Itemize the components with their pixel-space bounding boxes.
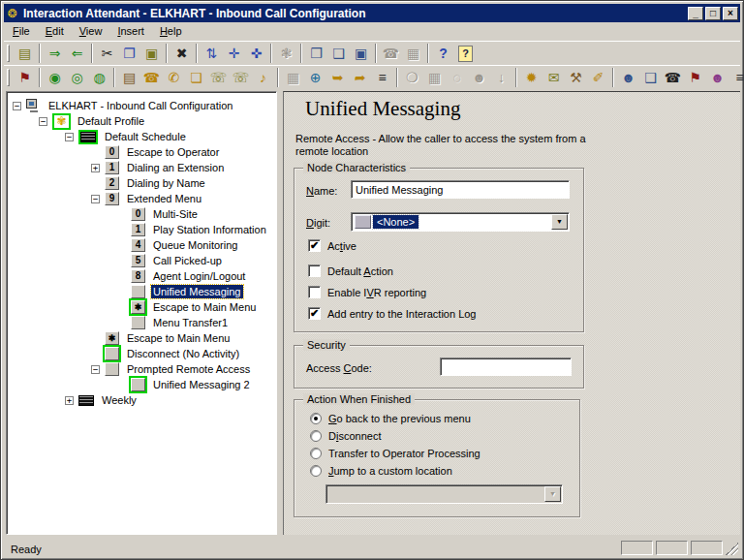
phone-deny-icon[interactable]: ☎ (662, 67, 684, 88)
numbered-list-icon[interactable]: ≡ (371, 67, 393, 88)
node-transfer-icon[interactable]: ◍ (88, 67, 110, 88)
expand-toggle[interactable]: + (91, 164, 100, 172)
transfer-operator-radio[interactable]: Transfer to Operator Processing (310, 448, 480, 459)
menu-help[interactable]: Help (152, 23, 190, 40)
close-button[interactable]: × (723, 7, 738, 20)
tree-item-unified-messaging[interactable]: Unified Messaging (9, 284, 274, 299)
disconnect-radio[interactable]: Disconnect (310, 430, 381, 442)
fax-icon[interactable]: ❏ (185, 67, 207, 88)
menu-insert[interactable]: Insert (109, 23, 152, 40)
tree-item-prompted-remote-access[interactable]: − Prompted Remote Access (9, 361, 274, 377)
station-profile-icon[interactable]: ❑ (639, 67, 662, 88)
directory-book-icon[interactable]: ▤ (118, 67, 140, 88)
tree-item-dialing-an-extension[interactable]: + 1 Dialing an Extension (9, 160, 274, 175)
gear-icon[interactable]: ✹ (520, 67, 542, 88)
chevron-down-icon[interactable]: ▼ (544, 486, 561, 502)
active-checkbox[interactable]: ✔ Active (308, 239, 356, 252)
cut-icon[interactable]: ✂ (96, 43, 118, 64)
phone-transfer-icon[interactable]: ✆ (163, 67, 185, 88)
chevron-down-icon[interactable]: ▼ (551, 214, 568, 230)
tree-item-call-picked-up[interactable]: 5 Call Picked-up (9, 253, 274, 268)
help-topics-icon[interactable]: ? (454, 43, 477, 64)
phone-menu-icon[interactable]: ☏ (230, 67, 252, 88)
expand-toggle[interactable]: + (65, 396, 74, 405)
agent-profile-icon[interactable]: ☻ (617, 67, 639, 88)
access-code-input[interactable] (440, 358, 572, 376)
tree-item-play-station-information[interactable]: 1 Play Station Information (9, 222, 274, 237)
tree-item-multi-site[interactable]: 0 Multi-Site (9, 206, 274, 222)
minimize-button[interactable]: _ (688, 7, 703, 20)
digit-combobox[interactable]: <None> ▼ (351, 212, 570, 232)
maximize-button[interactable]: □ (705, 7, 721, 20)
jump-custom-radio[interactable]: Jump to a custom location (310, 465, 452, 477)
disabled-3-icon[interactable]: ◌ (446, 67, 468, 88)
disabled-5-icon[interactable]: ↓ (490, 67, 512, 88)
configuration-tree[interactable]: − ELKHART - Inbound Call Configuration −… (6, 91, 277, 535)
menu-edit[interactable]: Edit (38, 23, 72, 40)
disabled-4-icon[interactable]: ☻ (468, 67, 490, 88)
disabled-1-icon[interactable]: ❍ (401, 67, 423, 88)
paste-icon[interactable]: ▣ (140, 43, 163, 64)
menu-file[interactable]: File (5, 23, 38, 40)
paint-icon[interactable]: ✐ (587, 67, 609, 88)
interaction-log-checkbox[interactable]: ✔ Add entry to the Interaction Log (308, 307, 477, 320)
note-icon[interactable]: ✉ (542, 67, 565, 88)
run-node-icon[interactable]: ◉ (44, 67, 66, 88)
wizard-icon[interactable]: ❃ (275, 43, 297, 64)
collapse-toggle[interactable]: − (39, 117, 47, 126)
default-action-checkbox[interactable]: Default Action (308, 264, 393, 277)
copy-icon[interactable]: ❐ (118, 43, 140, 64)
collapse-toggle[interactable]: − (65, 133, 74, 141)
phone-query-icon[interactable]: ☏ (207, 67, 230, 88)
expand-all-icon[interactable]: ✛ (223, 43, 245, 64)
menu-disabled-icon[interactable]: ▦ (282, 67, 304, 88)
collapse-all-icon[interactable]: ✜ (245, 43, 267, 64)
station-icon[interactable]: ❑ (327, 43, 350, 64)
tree-item-default-profile[interactable]: − ✾ Default Profile (9, 113, 274, 129)
phone-disabled-icon[interactable]: ☎ (380, 43, 402, 64)
tree-item-default-schedule[interactable]: − Default Schedule (9, 129, 274, 144)
voicemail-send-icon[interactable]: ➦ (349, 67, 371, 88)
workstations-icon[interactable]: ❒ (305, 43, 327, 64)
people-profile-icon[interactable]: ☻ (706, 67, 728, 88)
tree-item-dialing-by-name[interactable]: 2 Dialing by Name (9, 175, 274, 191)
queue-lines-icon[interactable]: ≡ (728, 67, 744, 88)
hammer-icon[interactable]: ⚒ (565, 67, 587, 88)
help-icon[interactable]: ? (432, 43, 454, 64)
tree-item-queue-monitoring[interactable]: 4 Queue Monitoring (9, 237, 274, 253)
tree-item-elkhart[interactable]: − ELKHART - Inbound Call Configuration (9, 98, 274, 113)
default-action-mailbox-icon[interactable]: ⚑ (14, 67, 36, 88)
internet-globe-icon[interactable]: ⊕ (304, 67, 326, 88)
menu-view[interactable]: View (72, 23, 110, 40)
phone-icon[interactable]: ☎ (140, 67, 163, 88)
jump-location-combobox[interactable]: ▼ (326, 484, 563, 504)
go-back-radio[interactable]: Go back to the previous menu (310, 413, 471, 424)
publish-icon[interactable]: ⇒ (44, 43, 66, 64)
resize-grip[interactable] (726, 543, 738, 555)
tree-item-escape-to-main-menu-inner[interactable]: ✱ Escape to Main Menu (9, 299, 274, 315)
toolbar-grip[interactable] (7, 45, 10, 62)
tree-item-extended-menu[interactable]: − 9 Extended Menu (9, 191, 274, 206)
tree-item-agent-login-logout[interactable]: 8 Agent Login/Logout (9, 268, 274, 284)
reorder-icon[interactable]: ⇅ (201, 43, 223, 64)
disabled-2-icon[interactable]: ▦ (423, 67, 446, 88)
revert-icon[interactable]: ⇐ (66, 43, 88, 64)
save-icon[interactable]: ▤ (14, 43, 36, 64)
collapse-toggle[interactable]: − (13, 102, 21, 110)
server-icon[interactable]: ▣ (350, 43, 372, 64)
tree-item-escape-to-main-menu-outer[interactable]: ✱ Escape to Main Menu (9, 330, 274, 346)
tree-item-disconnect-no-activity[interactable]: Disconnect (No Activity) (9, 346, 274, 361)
tree-item-weekly[interactable]: + Weekly (9, 392, 274, 408)
keyboard-disabled-icon[interactable]: ▦ (402, 43, 424, 64)
tree-item-escape-to-operator[interactable]: 0 Escape to Operator (9, 144, 274, 160)
toolbar-grip[interactable] (7, 69, 10, 86)
audio-playback-icon[interactable]: ♪ (252, 67, 274, 88)
node-help-icon[interactable]: ◎ (66, 67, 88, 88)
collapse-toggle[interactable]: − (91, 195, 100, 203)
name-input[interactable] (351, 180, 570, 199)
tree-item-unified-messaging-2[interactable]: Unified Messaging 2 (9, 377, 274, 392)
delete-icon[interactable]: ✖ (170, 43, 193, 64)
collapse-toggle[interactable]: − (91, 365, 100, 374)
enable-ivr-checkbox[interactable]: Enable IVR reporting (308, 286, 426, 298)
mailbox-profile-icon[interactable]: ⚑ (684, 67, 706, 88)
